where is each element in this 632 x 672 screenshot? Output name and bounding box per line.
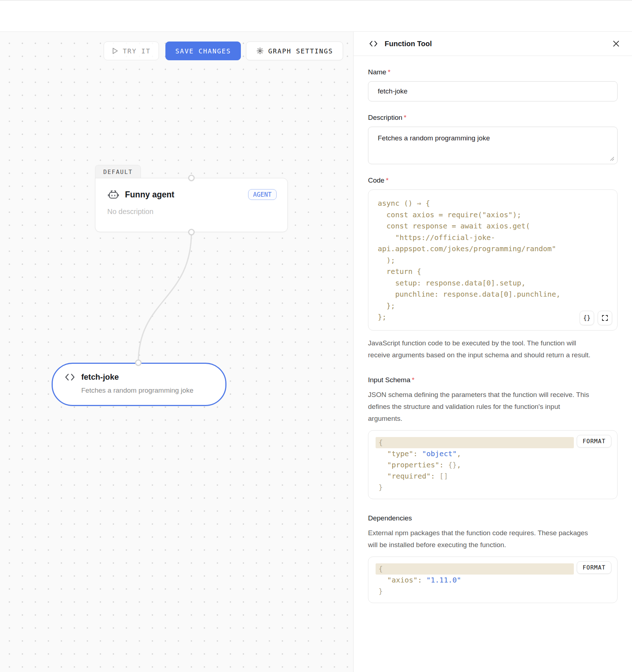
agent-node-bottom-handle[interactable] xyxy=(188,229,195,235)
save-changes-label: SAVE CHANGES xyxy=(175,47,231,55)
top-header-bar xyxy=(0,0,632,32)
dependencies-label: Dependencies xyxy=(368,514,618,522)
input-schema-help-text: JSON schema defining the parameters that… xyxy=(368,389,590,424)
agent-node-description: No description xyxy=(107,208,277,216)
robot-icon xyxy=(107,188,120,201)
agent-node-title: Funny agent xyxy=(125,190,174,200)
group-tab-default[interactable]: DEFAULT xyxy=(95,165,141,178)
code-help-text: JavaScript function code to be executed … xyxy=(368,337,590,361)
code-icon xyxy=(369,40,378,47)
tool-node-title: fetch-joke xyxy=(81,372,119,382)
dependencies-content: { "axios": "1.11.0"} xyxy=(376,563,609,597)
code-label: Code* xyxy=(368,176,618,184)
input-schema-editor[interactable]: { "type": "object", "properties": {}, "r… xyxy=(368,430,618,499)
input-schema-label: Input Schema* xyxy=(368,376,618,384)
edge-agent-to-tool xyxy=(138,232,191,363)
format-braces-button[interactable]: {} xyxy=(580,311,594,325)
group-tab-label: DEFAULT xyxy=(103,169,133,175)
panel-header: Function Tool xyxy=(354,32,632,56)
save-changes-button[interactable]: SAVE CHANGES xyxy=(165,42,241,60)
agent-node-top-handle[interactable] xyxy=(188,175,195,181)
required-asterisk: * xyxy=(412,376,414,384)
fullscreen-icon xyxy=(602,315,608,321)
graph-canvas[interactable]: TRY IT SAVE CHANGES GRAPH SETTINGS DEFAU… xyxy=(0,32,353,672)
function-tool-panel: Function Tool Name* Description* Fetches… xyxy=(353,32,632,672)
play-icon xyxy=(112,47,118,54)
agent-badge: AGENT xyxy=(248,189,277,200)
name-input[interactable] xyxy=(368,81,618,101)
agent-node[interactable]: Funny agent AGENT No description xyxy=(95,178,288,232)
try-it-label: TRY IT xyxy=(123,47,151,55)
resize-grip-icon[interactable] xyxy=(610,157,614,161)
edge-layer xyxy=(0,32,353,672)
code-icon xyxy=(64,373,75,381)
required-asterisk: * xyxy=(388,68,390,76)
close-icon[interactable] xyxy=(610,37,623,50)
braces-icon: {} xyxy=(583,314,590,322)
dependencies-help-text: External npm packages that the function … xyxy=(368,527,590,551)
description-label: Description* xyxy=(368,114,618,122)
panel-title: Function Tool xyxy=(385,40,432,48)
expand-fullscreen-button[interactable] xyxy=(598,311,612,325)
code-content: async () ⇒ { const axios = require("axio… xyxy=(378,198,608,323)
graph-settings-button[interactable]: GRAPH SETTINGS xyxy=(246,42,343,60)
try-it-button[interactable]: TRY IT xyxy=(104,42,159,60)
tool-node-fetch-joke[interactable]: fetch-joke Fetches a random programming … xyxy=(52,363,226,406)
tool-node-description: Fetches a random programming joke xyxy=(81,387,225,394)
name-label: Name* xyxy=(368,68,618,76)
description-value: Fetches a random programming joke xyxy=(378,134,490,142)
dependencies-format-button[interactable]: FORMAT xyxy=(577,561,611,574)
required-asterisk: * xyxy=(404,114,406,121)
gear-icon xyxy=(256,47,264,55)
tool-node-top-handle[interactable] xyxy=(135,359,142,366)
graph-settings-label: GRAPH SETTINGS xyxy=(268,47,333,55)
input-schema-format-button[interactable]: FORMAT xyxy=(577,435,611,448)
dependencies-editor[interactable]: { "axios": "1.11.0"} FORMAT xyxy=(368,557,618,603)
code-editor[interactable]: async () ⇒ { const axios = require("axio… xyxy=(368,189,618,331)
description-textarea[interactable]: Fetches a random programming joke xyxy=(368,127,618,164)
input-schema-content: { "type": "object", "properties": {}, "r… xyxy=(376,437,609,493)
required-asterisk: * xyxy=(386,176,388,184)
